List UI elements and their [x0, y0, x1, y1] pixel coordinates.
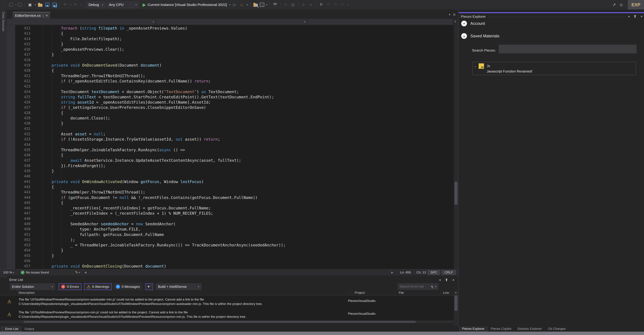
find-in-files-icon[interactable]: [253, 2, 258, 8]
tab-output[interactable]: Output: [22, 326, 37, 331]
error-search-box[interactable]: ▾: [398, 283, 438, 290]
code-line[interactable]: 412 foreach (string filepath in _openAss…: [15, 26, 451, 31]
select-pointer-icon[interactable]: ↖: [283, 2, 289, 8]
scrollbar-thumb[interactable]: [24, 321, 416, 323]
new-project-icon[interactable]: ▣: [27, 2, 33, 8]
code-line[interactable]: 416 _openAssetPreviews.Clear();: [15, 47, 451, 52]
breakpoint-margin[interactable]: [7, 25, 15, 269]
pin-icon[interactable]: [445, 278, 448, 282]
scroll-left-icon[interactable]: ◀: [84, 271, 86, 274]
float-window-icon[interactable]: ⊟: [453, 13, 456, 17]
decrease-indent-icon[interactable]: ≡: [301, 2, 306, 8]
build-filter-dropdown[interactable]: Build + IntelliSense ▾: [156, 283, 202, 290]
code-line[interactable]: 426 string assetId = _openAssetEditFiles…: [15, 100, 451, 105]
share-icon[interactable]: ↗: [611, 2, 617, 8]
close-icon[interactable]: ×: [640, 14, 643, 19]
sidebar-tab-data-sources[interactable]: Data Sources: [2, 12, 5, 31]
code-line[interactable]: 415 }: [15, 42, 451, 47]
bookmark-next-icon[interactable]: ⚐: [333, 2, 338, 8]
code-line[interactable]: 428 {: [15, 110, 451, 116]
code-line[interactable]: 443 ThreadHelper.ThrowIfNotOnUIThread();: [15, 190, 451, 195]
code-line[interactable]: 427 if (_settingsService.UserPreferences…: [15, 105, 451, 110]
error-list-horizontal-scrollbar[interactable]: [0, 320, 454, 323]
line-ending-indicator[interactable]: CRLF: [442, 270, 456, 275]
code-line[interactable]: 432 Asset asset = null;: [15, 132, 451, 137]
code-line[interactable]: 429 document.Close();: [15, 116, 451, 121]
code-line[interactable]: 430 }: [15, 121, 451, 126]
undo-icon[interactable]: ↶: [62, 2, 68, 8]
code-line[interactable]: 449 SeededAnchor seededAnchor = new Seed…: [15, 221, 451, 227]
column-file[interactable]: File: [399, 291, 404, 295]
window-list-icon[interactable]: ▾: [449, 13, 450, 17]
code-line[interactable]: 442 {: [15, 184, 451, 190]
column-line[interactable]: Line: [443, 291, 449, 295]
code-line[interactable]: 438 }).FireAndForget();: [15, 163, 451, 169]
code-line[interactable]: 434: [15, 142, 451, 147]
pin-icon[interactable]: [634, 15, 636, 18]
platform-dropdown[interactable]: Any CPU ▾: [107, 2, 139, 8]
account-section-toggle[interactable]: ▾ Account: [461, 21, 485, 26]
save-icon[interactable]: [44, 2, 50, 8]
code-line[interactable]: 418: [15, 58, 451, 63]
scope-dropdown[interactable]: Entire Solution ▾: [10, 283, 55, 290]
search-pieces-input[interactable]: [499, 45, 636, 53]
preview-window-icon[interactable]: ⌂: [260, 3, 264, 7]
start-without-debugging-icon[interactable]: ▷: [232, 2, 238, 8]
code-line[interactable]: 421 ThreadHelper.ThrowIfNotOnUIThread();: [15, 73, 451, 79]
error-list-vertical-scrollbar[interactable]: ▲: [454, 290, 458, 326]
chevron-down-icon[interactable]: ▾: [628, 15, 630, 19]
warnings-toggle-button[interactable]: ⚠ 6 Warnings: [84, 283, 112, 290]
scroll-right-icon[interactable]: ▶: [391, 271, 393, 274]
configuration-dropdown[interactable]: Debug ▾: [86, 2, 106, 8]
code-cleanup-icon[interactable]: ✎: [75, 270, 78, 275]
undo-dropdown-icon[interactable]: ▾: [70, 4, 71, 6]
messages-toggle-button[interactable]: i 0 Messages: [113, 283, 142, 290]
code-editor[interactable]: 412 foreach (string filepath in _openAss…: [7, 25, 458, 269]
navigate-back-dropdown-icon[interactable]: ▾: [15, 4, 16, 6]
close-icon[interactable]: ×: [46, 13, 48, 18]
code-line[interactable]: 424 TextDocument textDocument = document…: [15, 89, 451, 95]
code-line[interactable]: 455 }: [15, 253, 451, 258]
filter-button[interactable]: ▼●: [145, 283, 153, 290]
code-line[interactable]: 425 string fullText = textDocument.Start…: [15, 95, 451, 100]
code-line[interactable]: 413 {: [15, 31, 451, 36]
pieces-titlebar[interactable]: Pieces Explorer ▾ ×: [461, 14, 643, 19]
code-line[interactable]: 440: [15, 174, 451, 179]
code-line[interactable]: 446 _recentFiles[_recentFileIndex] = got…: [15, 206, 451, 211]
code-line[interactable]: 423: [15, 84, 451, 89]
code-line[interactable]: 441 private void OnWindowActivated(Windo…: [15, 179, 451, 184]
pin-icon[interactable]: [43, 14, 43, 17]
code-line[interactable]: 444 if (gotFocus.Document != null && !_r…: [15, 195, 451, 200]
code-line[interactable]: 445 {: [15, 200, 451, 206]
code-line[interactable]: 437 await AssetService.Instance.UpdateAs…: [15, 158, 451, 163]
chevron-down-icon[interactable]: ▾: [440, 278, 441, 282]
save-all-icon[interactable]: [52, 2, 57, 8]
tab-pieces-explorer[interactable]: Pieces Explorer: [459, 326, 488, 331]
code-line[interactable]: 456: [15, 258, 451, 264]
member-dropdown[interactable]: [308, 19, 453, 25]
bookmark-toggle-icon[interactable]: ⚐: [318, 2, 324, 8]
scrollbar-thumb[interactable]: [454, 295, 458, 311]
errors-toggle-button[interactable]: × 0 Errors: [58, 283, 82, 290]
error-list-row[interactable]: ⚠The file 'UI\ToolWindow\Preview\Resourc…: [0, 308, 454, 321]
feedback-icon[interactable]: ☺: [618, 2, 624, 8]
zoom-dropdown-icon[interactable]: ▾: [13, 271, 14, 274]
tab-git-changes[interactable]: Git Changes: [545, 326, 568, 331]
code-line[interactable]: 448: [15, 216, 451, 221]
saved-material-item[interactable]: ▸ JS Js Javascript Function Renamed!: [472, 62, 636, 75]
open-file-icon[interactable]: [37, 2, 43, 8]
code-line[interactable]: 420 {: [15, 68, 451, 73]
column-indicator[interactable]: Ch: 13: [416, 271, 426, 274]
column-grip-icon[interactable]: ⁙: [16, 289, 18, 292]
issues-status[interactable]: No issues found: [26, 271, 49, 274]
line-indicator[interactable]: Ln: 459: [400, 271, 411, 274]
code-line[interactable]: 450 type: AnchorTypeEnum.FILE,: [15, 227, 451, 232]
close-icon[interactable]: ×: [452, 278, 454, 282]
code-line[interactable]: 436 {: [15, 153, 451, 158]
toolbar-grip-icon[interactable]: ⋮: [2, 2, 8, 8]
code-line[interactable]: 439 }: [15, 169, 451, 174]
navigate-back-icon[interactable]: ←: [9, 3, 13, 7]
tab-editorservice[interactable]: EditorService.cs ×: [13, 12, 50, 19]
chevron-down-icon[interactable]: ▾: [435, 285, 436, 288]
scroll-up-icon[interactable]: ▲: [454, 291, 457, 294]
